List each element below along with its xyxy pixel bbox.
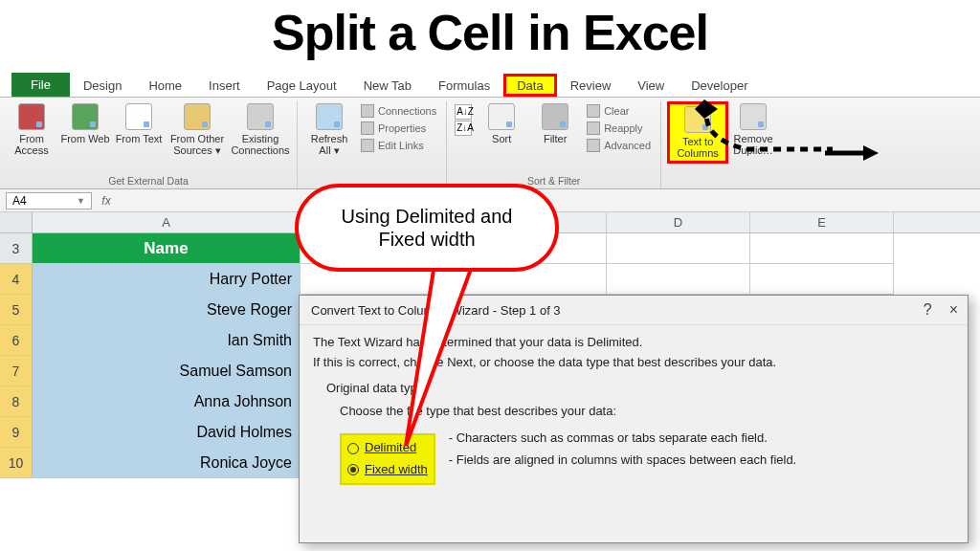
tab-view[interactable]: View bbox=[624, 74, 678, 97]
from-access-button[interactable]: From Access bbox=[6, 101, 57, 158]
edit-links-button[interactable]: Edit Links bbox=[357, 138, 440, 153]
name-box[interactable]: A4 ▼ bbox=[6, 192, 92, 209]
group-sort-filter: A↓Z Z↓A Sort Filter Clear Reapply Advanc… bbox=[447, 101, 661, 188]
filter-button[interactable]: Filter bbox=[529, 101, 581, 146]
tab-developer[interactable]: Developer bbox=[678, 74, 761, 97]
row-number[interactable]: 3 bbox=[0, 233, 33, 264]
cell[interactable] bbox=[750, 264, 894, 295]
tab-page-layout[interactable]: Page Layout bbox=[254, 74, 350, 97]
group-get-external-data: From Access From Web From Text From Othe… bbox=[0, 101, 298, 188]
row-number[interactable]: 7 bbox=[0, 356, 33, 386]
tab-design[interactable]: Design bbox=[70, 74, 135, 97]
sort-icon bbox=[488, 103, 515, 130]
radio-icon bbox=[347, 443, 359, 454]
dialog-close-button[interactable]: × bbox=[949, 301, 958, 319]
advanced-filter-button[interactable]: Advanced bbox=[583, 138, 655, 153]
dialog-help-button[interactable]: ? bbox=[924, 301, 932, 319]
tab-new-tab[interactable]: New Tab bbox=[350, 74, 425, 97]
properties-icon bbox=[361, 121, 374, 135]
col-header-e[interactable]: E bbox=[750, 212, 894, 232]
radio-label: Fixed width bbox=[365, 460, 428, 480]
row-number[interactable]: 6 bbox=[0, 325, 33, 356]
group-label: Get External Data bbox=[108, 174, 188, 188]
clear-icon bbox=[587, 104, 600, 118]
cell-name[interactable]: David Holmes bbox=[33, 417, 301, 448]
svg-marker-3 bbox=[863, 145, 879, 161]
reapply-filter-button[interactable]: Reapply bbox=[583, 121, 655, 136]
link-icon bbox=[361, 104, 374, 118]
group-label: Sort & Filter bbox=[527, 174, 580, 188]
from-web-button[interactable]: From Web bbox=[59, 101, 111, 146]
cell-name[interactable]: Steve Roger bbox=[33, 295, 301, 325]
sort-asc-icon[interactable]: A↓Z bbox=[455, 104, 472, 120]
connections-icon bbox=[247, 103, 274, 130]
reapply-icon bbox=[587, 121, 600, 135]
row-number[interactable]: 5 bbox=[0, 295, 33, 325]
tab-formulas[interactable]: Formulas bbox=[425, 74, 503, 97]
cell[interactable] bbox=[607, 264, 750, 295]
sort-desc-icon[interactable]: Z↓A bbox=[455, 121, 472, 136]
arrow-to-text-to-columns bbox=[825, 142, 882, 168]
cell-name[interactable]: Harry Potter bbox=[33, 264, 301, 295]
sort-button[interactable]: Sort bbox=[476, 101, 527, 146]
group-connections: Refresh All ▾ Connections Properties Edi… bbox=[298, 101, 447, 188]
from-other-sources-button[interactable]: From Other Sources ▾ bbox=[167, 101, 228, 158]
fx-icon[interactable]: fx bbox=[98, 194, 115, 208]
cell-name[interactable]: Ronica Joyce bbox=[33, 448, 301, 478]
row-number[interactable]: 8 bbox=[0, 386, 33, 417]
name-box-value: A4 bbox=[12, 194, 27, 208]
web-icon bbox=[72, 103, 99, 130]
page-title: Split a Cell in Excel bbox=[0, 0, 980, 71]
other-sources-icon bbox=[184, 103, 211, 130]
radio-icon-selected bbox=[347, 464, 359, 475]
funnel-icon bbox=[542, 103, 568, 130]
select-all-corner[interactable] bbox=[0, 212, 33, 232]
access-icon bbox=[18, 103, 45, 130]
tab-home[interactable]: Home bbox=[135, 74, 195, 97]
col-header-d[interactable]: D bbox=[607, 212, 750, 232]
clear-filter-button[interactable]: Clear bbox=[583, 103, 655, 119]
sort-az-buttons[interactable]: A↓Z Z↓A bbox=[453, 101, 474, 139]
chevron-down-icon[interactable]: ▼ bbox=[77, 196, 85, 206]
tab-data[interactable]: Data bbox=[503, 74, 556, 97]
edit-links-icon bbox=[361, 139, 374, 152]
advanced-icon bbox=[587, 139, 600, 152]
properties-button[interactable]: Properties bbox=[357, 121, 440, 136]
cell[interactable] bbox=[750, 233, 894, 264]
cell-name[interactable]: Ian Smith bbox=[33, 325, 301, 356]
header-cell-name[interactable]: Name bbox=[33, 233, 301, 264]
row-number[interactable]: 4 bbox=[0, 264, 33, 295]
row-number[interactable]: 9 bbox=[0, 417, 33, 448]
radio-fixed-width[interactable]: Fixed width bbox=[347, 459, 428, 481]
refresh-icon bbox=[316, 103, 343, 130]
cell[interactable] bbox=[607, 233, 750, 264]
connections-button[interactable]: Connections bbox=[357, 103, 440, 119]
cell-name[interactable]: Samuel Samson bbox=[33, 356, 301, 386]
callout-bubble: Using Delimited and Fixed width bbox=[295, 184, 559, 272]
refresh-all-button[interactable]: Refresh All ▾ bbox=[303, 101, 355, 158]
tab-file[interactable]: File bbox=[11, 73, 70, 97]
tab-insert[interactable]: Insert bbox=[195, 74, 254, 97]
callout-text: Using Delimited and Fixed width bbox=[318, 205, 536, 251]
tab-review[interactable]: Review bbox=[557, 74, 625, 97]
ribbon-tabs: File Design Home Insert Page Layout New … bbox=[0, 71, 980, 98]
svg-marker-0 bbox=[406, 264, 473, 446]
existing-connections-button[interactable]: Existing Connections bbox=[230, 101, 291, 158]
cell-name[interactable]: Anna Johnson bbox=[33, 386, 301, 417]
from-text-button[interactable]: From Text bbox=[113, 101, 165, 146]
col-header-a[interactable]: A bbox=[33, 212, 301, 232]
row-number[interactable]: 10 bbox=[0, 448, 33, 478]
text-file-icon bbox=[125, 103, 152, 130]
svg-marker-1 bbox=[695, 99, 718, 119]
